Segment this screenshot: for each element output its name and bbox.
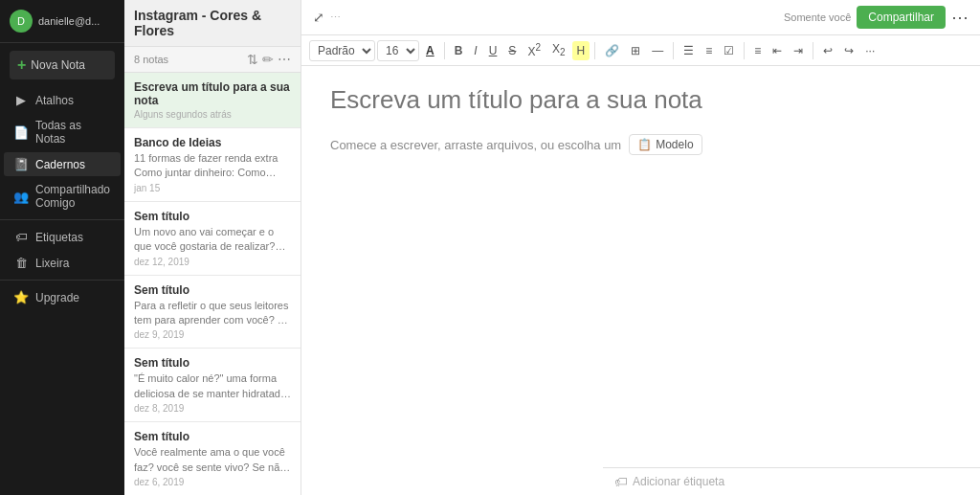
editor-header: ⤢ ⋯ Somente você Compartilhar ⋯: [301, 0, 980, 35]
toolbar-sep-3: [673, 42, 674, 59]
font-style-select[interactable]: Padrão: [309, 40, 375, 61]
note-item-1[interactable]: Banco de Ideias 11 formas de fazer renda…: [124, 128, 301, 202]
font-color-button[interactable]: A: [421, 41, 439, 60]
sidebar-item-compartilhado[interactable]: 👥 Compartilhado Comigo: [4, 178, 121, 214]
tag-icon: 🏷: [614, 474, 628, 489]
note-title-input[interactable]: [330, 85, 951, 115]
notes-icon: 📄: [13, 125, 29, 140]
more-toolbar-button[interactable]: ···: [860, 41, 880, 60]
add-tag-area[interactable]: 🏷 Adicionar étiqueta: [614, 474, 724, 489]
chevron-right-icon: ▶: [13, 93, 29, 107]
add-tag-label: Adicionar étiqueta: [633, 475, 724, 488]
note-items: Escreva um título para a sua nota Alguns…: [124, 73, 301, 495]
note-list-header: Instagram - Cores & Flores: [124, 0, 301, 47]
sort-icon[interactable]: ⇅: [247, 52, 258, 67]
notebook-title: Instagram - Cores & Flores: [134, 8, 291, 38]
more-button[interactable]: ⋯: [951, 7, 969, 28]
sidebar-item-atalhos[interactable]: ▶ Atalhos: [4, 88, 121, 112]
font-size-select[interactable]: 16: [377, 40, 419, 61]
italic-button[interactable]: I: [469, 41, 481, 60]
editor-toolbar: Padrão 16 A B I U S X2 X2 H 🔗 ⊞ — ☰ ≡ ☑ …: [301, 35, 980, 66]
toolbar-sep-1: [444, 42, 445, 59]
note-list: Instagram - Cores & Flores 8 notas ⇅ ✏ ⋯…: [124, 0, 301, 495]
note-list-actions: ⇅ ✏ ⋯: [247, 52, 291, 67]
note-item-4[interactable]: Sem título "É muito calor né?" uma forma…: [124, 349, 301, 422]
editor-footer: 🏷 Adicionar étiqueta: [603, 467, 980, 495]
expand-button[interactable]: ⤢: [313, 10, 324, 25]
rule-button[interactable]: —: [647, 41, 668, 60]
link-button[interactable]: 🔗: [600, 41, 624, 60]
sidebar-divider-2: [0, 280, 124, 281]
strikethrough-button[interactable]: S: [503, 41, 521, 60]
bold-button[interactable]: B: [450, 41, 468, 60]
highlight-button[interactable]: H: [572, 41, 590, 60]
superscript-button[interactable]: X2: [523, 39, 546, 61]
account-header[interactable]: D danielle@d...: [0, 0, 124, 43]
note-list-meta: 8 notas ⇅ ✏ ⋯: [124, 47, 301, 73]
sidebar: D danielle@d... + Nova Nota ▶ Atalhos 📄 …: [0, 0, 124, 495]
sidebar-item-todas-as-notas[interactable]: 📄 Todas as Notas: [4, 114, 121, 150]
shared-icon: 👥: [13, 190, 29, 204]
note-item-2[interactable]: Sem título Um novo ano vai começar e o q…: [124, 202, 301, 276]
underline-button[interactable]: U: [484, 41, 502, 60]
align-button[interactable]: ≡: [749, 41, 766, 60]
editor-body: Comece a escrever, arraste arquivos, ou …: [301, 124, 980, 165]
note-item-5[interactable]: Sem título Você realmente ama o que você…: [124, 422, 301, 495]
sidebar-item-upgrade[interactable]: ⭐ Upgrade: [4, 285, 121, 309]
note-item-3[interactable]: Sem título Para a refletir o que seus le…: [124, 276, 301, 349]
undo-button[interactable]: ↩: [818, 41, 837, 60]
trash-icon: 🗑: [13, 256, 29, 270]
notebooks-icon: 📓: [13, 157, 29, 171]
sidebar-item-cadernos[interactable]: 📓 Cadernos: [4, 152, 121, 176]
editor-title-area: [301, 66, 980, 124]
expand-label: ⋯: [330, 11, 341, 24]
subscript-button[interactable]: X2: [547, 39, 570, 60]
sidebar-item-lixeira[interactable]: 🗑 Lixeira: [4, 251, 121, 275]
new-note-button[interactable]: + Nova Nota: [10, 51, 115, 79]
editor-controls: Somente você Compartilhar ⋯: [784, 6, 969, 29]
model-icon: 📋: [637, 138, 652, 151]
redo-button[interactable]: ↪: [839, 41, 858, 60]
toolbar-sep-5: [813, 42, 813, 59]
sidebar-divider: [0, 219, 124, 220]
plus-icon: +: [17, 56, 26, 74]
body-placeholder-text: Comece a escrever, arraste arquivos, ou …: [330, 138, 621, 152]
toolbar-sep-2: [594, 42, 595, 59]
tags-icon: 🏷: [13, 230, 29, 244]
bullet-list-button[interactable]: ☰: [679, 41, 699, 60]
indent-left-button[interactable]: ⇤: [768, 41, 787, 60]
table-button[interactable]: ⊞: [626, 41, 645, 60]
editor-area: ⤢ ⋯ Somente você Compartilhar ⋯ Padrão 1…: [301, 0, 980, 495]
only-you-label: Somente você: [784, 11, 851, 23]
note-count: 8 notas: [134, 54, 168, 65]
note-item-0[interactable]: Escreva um título para a sua nota Alguns…: [124, 73, 301, 128]
account-email: danielle@d...: [38, 15, 100, 27]
sidebar-item-etiquetas[interactable]: 🏷 Etiquetas: [4, 225, 121, 249]
toolbar-sep-4: [744, 42, 745, 59]
avatar: D: [10, 10, 33, 33]
upgrade-icon: ⭐: [13, 290, 29, 304]
more-options-icon[interactable]: ⋯: [278, 52, 291, 67]
ordered-list-button[interactable]: ≡: [701, 41, 717, 60]
indent-right-button[interactable]: ⇥: [789, 41, 808, 60]
share-button[interactable]: Compartilhar: [857, 6, 946, 29]
model-button[interactable]: 📋 Modelo: [629, 134, 702, 155]
checklist-button[interactable]: ☑: [719, 41, 739, 60]
add-note-icon[interactable]: ✏: [262, 52, 274, 67]
